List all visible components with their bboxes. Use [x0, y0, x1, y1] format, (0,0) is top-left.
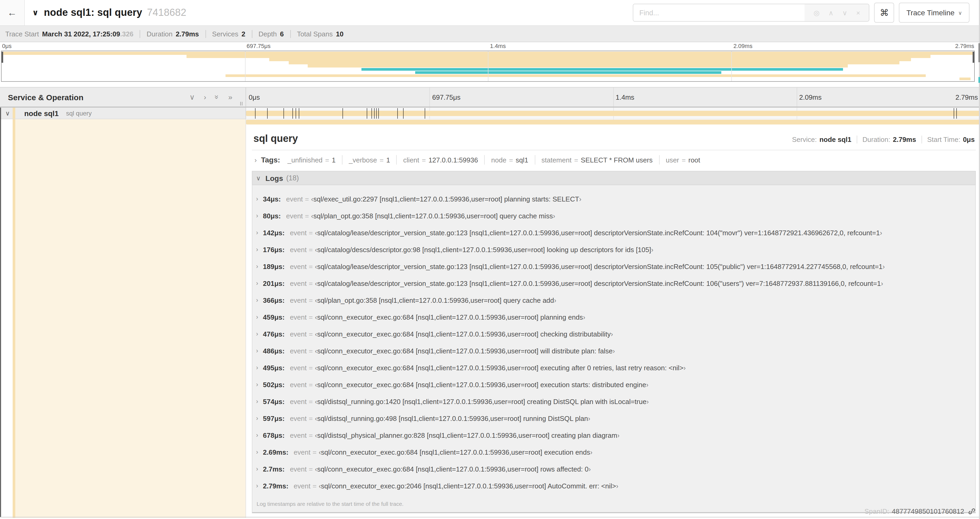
- log-field-key: event: [286, 212, 303, 220]
- separator: [857, 136, 857, 144]
- find-group: ◎ ∧ ∨ ×: [633, 4, 870, 22]
- collapse-one-icon[interactable]: ∨: [189, 93, 195, 101]
- tag-item[interactable]: node=sql1: [491, 156, 528, 164]
- log-entry[interactable]: ›2.69ms:event=‹sql/conn_executor_exec.go…: [252, 444, 975, 460]
- span-row-node-sql1[interactable]: ∨ node sql1 sql query: [0, 108, 980, 119]
- chevron-right-icon: ›: [256, 482, 258, 489]
- open-bracket: ‹: [315, 414, 317, 422]
- log-entry[interactable]: ›476μs:event=‹sql/conn_executor_exec.go:…: [252, 326, 975, 342]
- chevron-right-icon: ›: [256, 465, 258, 473]
- find-match-icon[interactable]: ◎: [813, 9, 819, 17]
- log-timestamp: 574μs:: [263, 398, 285, 405]
- expand-all-icon[interactable]: »: [228, 93, 232, 101]
- span-row-label[interactable]: ∨ node sql1 sql query: [0, 108, 246, 119]
- equals-sign: =: [303, 195, 311, 203]
- log-entry[interactable]: ›201μs:event=‹sql/catalog/lease/descript…: [252, 275, 975, 292]
- open-bracket: ‹: [315, 313, 317, 321]
- log-event-text: event=‹sql/distsql_running.go:498 [nsql1…: [290, 414, 590, 422]
- tag-value: 127.0.0.1:59936: [429, 156, 478, 164]
- timeline-gridline: [797, 88, 797, 107]
- timeline-tick-label: 0μs: [249, 93, 260, 101]
- tag-item[interactable]: user=root: [666, 156, 700, 164]
- minimap-right-scrub-handle[interactable]: [973, 52, 974, 63]
- chevron-right-icon: ›: [256, 347, 258, 355]
- trace-meta-item: Duration2.79ms: [147, 30, 199, 38]
- find-input[interactable]: [633, 4, 805, 21]
- log-timestamp: 459μs:: [263, 313, 285, 321]
- close-bracket: ›: [554, 296, 557, 304]
- expand-one-icon[interactable]: ›: [204, 93, 206, 101]
- trace-collapse-icon[interactable]: ∨: [32, 8, 38, 18]
- trace-view-selector[interactable]: Trace Timeline ∨: [899, 3, 969, 23]
- minimap-canvas[interactable]: [1, 51, 975, 82]
- log-entry[interactable]: ›34μs:event=‹sql/exec_util.go:2297 [nsql…: [252, 190, 975, 207]
- chevron-right-icon: ›: [256, 229, 258, 236]
- find-prev-icon[interactable]: ∧: [829, 9, 834, 17]
- log-entry[interactable]: ›142μs:event=‹sql/catalog/lease/descript…: [252, 224, 975, 241]
- log-entry[interactable]: ›80μs:event=‹sql/plan_opt.go:358 [nsql1,…: [252, 207, 975, 224]
- tag-item[interactable]: statement=SELECT * FROM users: [541, 156, 652, 164]
- logs-accordion-header[interactable]: ∨ Logs (18): [252, 171, 976, 185]
- minimap-span-bar: [225, 74, 926, 77]
- span-bar-track[interactable]: [246, 108, 980, 119]
- tag-item[interactable]: _unfinished=1: [287, 156, 336, 164]
- logs-footnote: Log timestamps are relative to the start…: [252, 494, 975, 509]
- separator: [396, 155, 397, 164]
- log-entry[interactable]: ›678μs:event=‹sql/distsql_physical_plann…: [252, 427, 975, 444]
- tag-item[interactable]: client=127.0.0.1:59936: [403, 156, 478, 164]
- collapse-all-icon[interactable]: »: [214, 95, 221, 99]
- log-entry[interactable]: ›366μs:event=‹sql/plan_opt.go:358 [nsql1…: [252, 292, 975, 308]
- log-entry[interactable]: ›486μs:event=‹sql/conn_executor_exec.go:…: [252, 342, 975, 359]
- keyboard-shortcuts-button[interactable]: ⌘: [874, 3, 894, 23]
- back-button[interactable]: ←: [0, 0, 25, 25]
- find-clear-icon[interactable]: ×: [856, 9, 860, 17]
- log-entry[interactable]: ›574μs:event=‹sql/distsql_running.go:142…: [252, 393, 975, 410]
- log-field-key: event: [286, 195, 303, 203]
- equals-sign: =: [310, 448, 318, 456]
- tag-item[interactable]: _verbose=1: [349, 156, 390, 164]
- log-entry[interactable]: ›176μs:event=‹sql/catalog/descs/descript…: [252, 241, 975, 258]
- tag-value: sql1: [516, 156, 528, 164]
- detail-meta-value: node sql1: [819, 136, 851, 144]
- log-entry[interactable]: ›189μs:event=‹sql/catalog/lease/descript…: [252, 258, 975, 275]
- equals-sign: =: [307, 246, 315, 254]
- log-event-text: event=‹sql/catalog/lease/descriptor_vers…: [290, 279, 883, 287]
- equals-sign: =: [325, 156, 329, 164]
- meta-value: March 31 2022, 17:25:09: [42, 30, 120, 38]
- top-bar: ← ∨ node sql1: sql query7418682 ◎ ∧ ∨ × …: [0, 0, 980, 26]
- span-detail-header[interactable]: sql query Service:node sql1Duration:2.79…: [252, 132, 976, 150]
- log-event-text: event=‹sql/plan_opt.go:358 [nsql1,client…: [290, 296, 556, 304]
- log-entry[interactable]: ›502μs:event=‹sql/conn_executor_exec.go:…: [252, 376, 975, 393]
- log-marker-tick: [371, 108, 372, 119]
- minimap-axis-tick-label: 1.4ms: [490, 43, 506, 49]
- log-field-key: event: [290, 330, 307, 338]
- trace-metadata-bar: Trace StartMarch 31 2022, 17:25:09.326Du…: [0, 26, 980, 42]
- close-bracket: ›: [651, 246, 654, 254]
- log-entry[interactable]: ›495μs:event=‹sql/conn_executor_exec.go:…: [252, 359, 975, 376]
- log-entry[interactable]: ›2.79ms:event=‹sql/conn_executor_exec.go…: [252, 477, 975, 494]
- span-detail-meta: Service:node sql1Duration:2.79msStart Ti…: [792, 136, 975, 144]
- log-timestamp: 678μs:: [263, 431, 285, 439]
- log-event-text: event=‹sql/conn_executor_exec.go:2046 [n…: [294, 482, 618, 490]
- meta-label: Total Spans: [297, 30, 333, 38]
- tags-accordion[interactable]: › Tags: _unfinished=1_verbose=1client=12…: [252, 150, 976, 169]
- link-icon[interactable]: [968, 508, 976, 515]
- minimap-left-scrub-handle[interactable]: [2, 52, 3, 63]
- log-field-value: sql/plan_opt.go:358 [nsql1,client=127.0.…: [317, 296, 554, 304]
- equals-sign: =: [307, 262, 315, 270]
- span-children-collapse-icon[interactable]: ∨: [5, 109, 13, 117]
- equals-sign: =: [310, 482, 318, 490]
- log-marker-tick: [267, 108, 268, 119]
- find-next-icon[interactable]: ∨: [842, 9, 847, 17]
- equals-sign: =: [574, 156, 578, 164]
- log-entry[interactable]: ›459μs:event=‹sql/conn_executor_exec.go:…: [252, 308, 975, 326]
- minimap-axis-tick-label: 697.75μs: [247, 43, 270, 49]
- span-duration-bar: [246, 120, 980, 124]
- log-marker-tick: [378, 108, 379, 119]
- log-entry[interactable]: ›597μs:event=‹sql/distsql_running.go:498…: [252, 410, 975, 427]
- page-scrollbar-thumb[interactable]: [978, 43, 980, 62]
- column-resizer-grip[interactable]: [240, 102, 242, 105]
- log-timestamp: 34μs:: [263, 195, 281, 203]
- log-marker-tick: [296, 108, 296, 119]
- log-entry[interactable]: ›2.7ms:event=‹sql/conn_executor_exec.go:…: [252, 460, 975, 477]
